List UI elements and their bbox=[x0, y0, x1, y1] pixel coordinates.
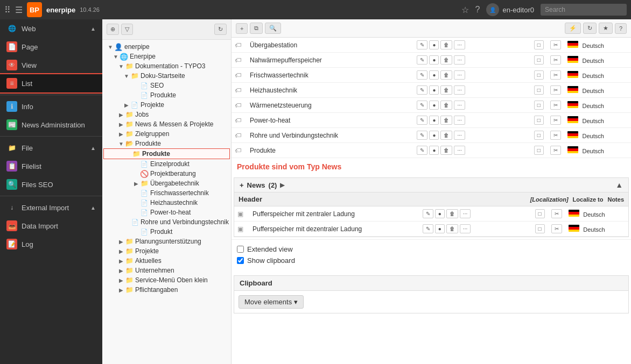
tree-node-enerpipe[interactable]: ▼ 🌐 Enerpipe bbox=[102, 52, 231, 61]
tree-node-projekte2[interactable]: ▶ 📁 Projekte bbox=[102, 246, 231, 256]
tree-toggle[interactable]: ▼ bbox=[112, 54, 120, 60]
delete-btn[interactable]: 🗑 bbox=[440, 40, 452, 49]
show-clipboard-label[interactable]: Show clipboard bbox=[247, 256, 295, 265]
sidebar-item-dataimport[interactable]: 📥 Data Import bbox=[0, 217, 102, 235]
tree-toggle[interactable]: ▶ bbox=[132, 181, 140, 187]
news-more-btn[interactable]: ··· bbox=[460, 224, 471, 233]
tree-toggle[interactable]: ▶ bbox=[117, 248, 125, 254]
grid-icon[interactable]: ⠿ bbox=[4, 5, 11, 15]
sidebar-item-file[interactable]: 📁 File ▲ bbox=[0, 139, 102, 157]
refresh-content-btn[interactable]: ↻ bbox=[583, 23, 597, 34]
tree-toggle[interactable]: ▶ bbox=[117, 112, 125, 118]
tree-node-heizhaus[interactable]: 📄 Heizhaustechnik bbox=[102, 198, 231, 208]
tree-toggle[interactable]: ▶ bbox=[117, 287, 125, 293]
flash-btn[interactable]: ⚡ bbox=[565, 23, 581, 34]
copy-btn[interactable]: □ bbox=[534, 131, 544, 140]
cut-btn[interactable]: ✂ bbox=[550, 55, 561, 65]
tree-node-enerpipe-root[interactable]: ▼ 👤 enerpipe bbox=[102, 42, 231, 52]
sidebar-item-info[interactable]: ℹ Info bbox=[0, 97, 102, 116]
tree-node-power[interactable]: 📄 Power-to-heat bbox=[102, 208, 231, 217]
news-cut-btn[interactable]: ✂ bbox=[551, 209, 562, 218]
sidebar-item-filelist[interactable]: 📋 Filelist bbox=[0, 157, 102, 175]
edit-btn[interactable]: ✎ bbox=[417, 116, 427, 125]
more-btn[interactable]: ··· bbox=[454, 131, 465, 140]
news-expand-icon[interactable]: ▶ bbox=[280, 182, 284, 189]
sidebar-item-log[interactable]: 📝 Log bbox=[0, 235, 102, 253]
tree-node-zielgruppen[interactable]: ▶ 📁 Zielgruppen bbox=[102, 129, 231, 139]
more-btn[interactable]: ··· bbox=[454, 101, 465, 110]
search-content-btn[interactable]: 🔍 bbox=[265, 23, 281, 34]
delete-btn[interactable]: 🗑 bbox=[440, 85, 452, 95]
sidebar-item-news[interactable]: 📰 News Administration bbox=[0, 116, 102, 134]
toggle-btn[interactable]: ● bbox=[429, 131, 439, 140]
tree-node-frischwasser[interactable]: 📄 Frischwassertechnik bbox=[102, 188, 231, 198]
sidebar-item-view[interactable]: 👁 View bbox=[0, 56, 102, 74]
help-content-btn[interactable]: ? bbox=[615, 23, 627, 34]
sidebar-item-extimport[interactable]: ↓ External Import ▲ bbox=[0, 198, 102, 217]
edit-btn[interactable]: ✎ bbox=[417, 70, 427, 80]
copy-btn[interactable]: □ bbox=[534, 85, 544, 95]
copy-btn[interactable]: □ bbox=[534, 116, 544, 125]
news-delete-btn[interactable]: 🗑 bbox=[446, 224, 458, 233]
tree-node-pflicht[interactable]: ▶ 📁 Pflichtangaben bbox=[102, 285, 231, 295]
cut-btn[interactable]: ✂ bbox=[550, 101, 561, 110]
search-input[interactable] bbox=[541, 4, 627, 16]
toggle-btn[interactable]: ● bbox=[429, 70, 439, 80]
news-delete-btn[interactable]: 🗑 bbox=[446, 209, 458, 218]
tree-node-projekte1[interactable]: ▶ 📄 Projekte bbox=[102, 100, 231, 110]
copy-btn[interactable]: □ bbox=[534, 101, 544, 110]
tree-node-doku-start[interactable]: ▼ 📁 Doku-Startseite bbox=[102, 71, 231, 81]
news-copy-btn[interactable]: □ bbox=[535, 224, 545, 233]
toggle-btn[interactable]: ● bbox=[429, 146, 439, 155]
edit-btn[interactable]: ✎ bbox=[417, 146, 427, 155]
copy-btn[interactable]: □ bbox=[534, 55, 544, 65]
cut-btn[interactable]: ✂ bbox=[550, 146, 561, 155]
add-record-btn[interactable]: + bbox=[236, 23, 248, 34]
tree-toggle[interactable]: ▼ bbox=[117, 141, 125, 147]
sidebar-item-page[interactable]: 📄 Page bbox=[0, 38, 102, 56]
toggle-btn[interactable]: ● bbox=[429, 85, 439, 95]
tree-toggle[interactable]: ▼ bbox=[123, 73, 130, 79]
move-elements-btn[interactable]: Move elements ▾ bbox=[239, 295, 304, 309]
more-btn[interactable]: ··· bbox=[454, 116, 465, 125]
menu-icon[interactable]: ☰ bbox=[15, 5, 23, 15]
news-toggle-btn[interactable]: ● bbox=[435, 209, 445, 218]
tree-node-uebergabe[interactable]: ▶ 📁 Übergabetechnik bbox=[102, 179, 231, 188]
news-collapse-icon[interactable]: ▲ bbox=[615, 181, 623, 189]
more-btn[interactable]: ··· bbox=[454, 70, 465, 80]
more-btn[interactable]: ··· bbox=[454, 55, 465, 65]
toggle-btn[interactable]: ● bbox=[429, 40, 439, 49]
help-icon[interactable]: ? bbox=[475, 5, 480, 15]
toggle-btn[interactable]: ● bbox=[429, 55, 439, 65]
edit-btn[interactable]: ✎ bbox=[417, 101, 427, 110]
bookmark-icon[interactable]: ☆ bbox=[461, 5, 469, 15]
edit-btn[interactable]: ✎ bbox=[417, 55, 427, 65]
show-clipboard-checkbox[interactable] bbox=[237, 257, 244, 264]
tree-node-produkte1[interactable]: 📄 Produkte bbox=[102, 90, 231, 100]
extended-view-checkbox[interactable] bbox=[237, 246, 244, 253]
more-btn[interactable]: ··· bbox=[454, 146, 465, 155]
tree-node-service[interactable]: ▶ 📁 Service-Menü Oben klein bbox=[102, 275, 231, 285]
tree-toggle[interactable]: ▶ bbox=[117, 268, 125, 274]
delete-btn[interactable]: 🗑 bbox=[440, 70, 452, 80]
tree-toggle[interactable]: ▶ bbox=[117, 258, 125, 264]
cut-btn[interactable]: ✂ bbox=[550, 85, 561, 95]
tree-toggle[interactable]: ▼ bbox=[117, 63, 125, 69]
delete-btn[interactable]: 🗑 bbox=[440, 101, 452, 110]
tree-node-rohre[interactable]: 📄 Rohre und Verbindungstechnik bbox=[102, 217, 231, 227]
tree-node-einzelprodukt[interactable]: 📄 Einzelprodukt bbox=[102, 159, 231, 169]
extended-view-label[interactable]: Extended view bbox=[247, 245, 293, 253]
cut-btn[interactable]: ✂ bbox=[550, 131, 561, 140]
news-cut-btn[interactable]: ✂ bbox=[551, 224, 562, 233]
sidebar-item-list[interactable]: ≡ List bbox=[0, 74, 102, 92]
tree-toggle[interactable]: ▶ bbox=[117, 131, 125, 137]
add-news-btn[interactable]: + bbox=[240, 181, 244, 189]
cut-btn[interactable]: ✂ bbox=[550, 70, 561, 80]
star-btn[interactable]: ★ bbox=[599, 23, 613, 34]
tree-toggle[interactable]: ▶ bbox=[123, 102, 130, 108]
tree-node-doku[interactable]: ▼ 📁 Dokumentation - TYPO3 bbox=[102, 61, 231, 71]
tree-node-produkt[interactable]: 📄 Produkt bbox=[102, 227, 231, 237]
sidebar-item-web[interactable]: 🌐 Web ▲ bbox=[0, 19, 102, 38]
cut-btn[interactable]: ✂ bbox=[550, 116, 561, 125]
user-menu[interactable]: 👤 en-editor0 bbox=[486, 3, 534, 16]
